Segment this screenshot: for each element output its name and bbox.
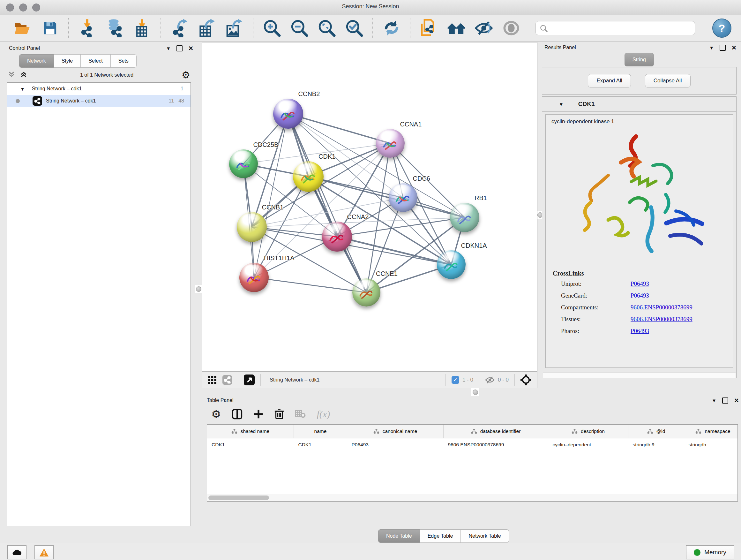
network-view-title: String Network – cdk1 xyxy=(270,377,440,383)
hide-selected-icon[interactable] xyxy=(475,19,493,37)
node-ccna1[interactable] xyxy=(376,129,405,158)
delete-table-icon[interactable] xyxy=(295,410,306,419)
results-panel-float-icon[interactable] xyxy=(720,45,726,51)
column-header[interactable]: namespace xyxy=(684,425,738,438)
clone-network-icon[interactable] xyxy=(420,19,438,37)
tab-select[interactable]: Select xyxy=(81,54,111,68)
node-rb1[interactable] xyxy=(450,203,479,232)
help-button[interactable]: ? xyxy=(712,18,731,38)
export-table-icon[interactable] xyxy=(198,19,216,37)
birds-eye-view-icon[interactable] xyxy=(244,374,255,385)
node-ccnb2[interactable] xyxy=(273,99,303,129)
tab-network[interactable]: Network xyxy=(19,54,54,68)
collapse-all-icon[interactable] xyxy=(8,71,15,79)
protein-structure-thumb xyxy=(276,104,300,127)
show-columns-icon[interactable] xyxy=(232,409,243,420)
memory-button[interactable]: Memory xyxy=(686,545,734,559)
network-canvas[interactable]: CCNB2CCNA1CDC25BCDK1CDC6RB1CCNB1CCNA2CDK… xyxy=(202,42,537,372)
results-panel-menu-icon[interactable]: ▼ xyxy=(709,45,714,51)
export-network-icon[interactable] xyxy=(171,19,189,37)
left-splitter-handle[interactable] xyxy=(195,285,202,293)
crosshair-icon[interactable] xyxy=(521,374,531,385)
table-panel-close-icon[interactable]: ✕ xyxy=(734,397,739,404)
show-all-icon[interactable] xyxy=(502,19,521,37)
table-settings-gear-icon[interactable]: ⚙ xyxy=(211,408,221,421)
crosslink-link[interactable]: P06493 xyxy=(630,292,649,299)
network-row-selected[interactable]: String Network – cdk1 11 48 xyxy=(7,95,191,107)
protein-collapse-icon[interactable]: ▼ xyxy=(559,102,563,107)
expand-all-icon[interactable] xyxy=(20,71,27,79)
import-table-icon[interactable] xyxy=(133,19,151,37)
import-network-file-icon[interactable] xyxy=(78,19,97,37)
network-options-gear-icon[interactable]: ⚙ xyxy=(182,70,190,80)
column-header[interactable]: database identifier xyxy=(444,425,548,438)
export-image-icon[interactable] xyxy=(225,19,244,37)
crosslink-link[interactable]: P06493 xyxy=(630,280,649,287)
results-scrollbar[interactable] xyxy=(543,373,736,378)
node-label-rb1: RB1 xyxy=(475,194,487,202)
results-panel-close-icon[interactable]: ✕ xyxy=(731,44,737,51)
grid-view-icon[interactable] xyxy=(208,375,217,384)
collection-collapse-icon[interactable]: ▼ xyxy=(20,86,25,91)
crosslink-link[interactable]: P06493 xyxy=(630,327,649,334)
table-panel-float-icon[interactable] xyxy=(722,397,728,403)
cloud-status-button[interactable] xyxy=(7,545,26,559)
add-column-icon[interactable] xyxy=(253,409,264,419)
network-collection-row[interactable]: ▼ String Network – cdk1 1 xyxy=(7,83,191,95)
collapse-all-button[interactable]: Collapse All xyxy=(645,74,690,87)
zoom-selected-icon[interactable] xyxy=(345,19,363,37)
column-header[interactable]: description xyxy=(548,425,628,438)
open-session-icon[interactable] xyxy=(13,19,32,37)
column-header[interactable]: @id xyxy=(628,425,684,438)
protein-structure-thumb xyxy=(392,188,414,211)
tab-node-table[interactable]: Node Table xyxy=(378,530,420,543)
toolbar-separator xyxy=(253,18,254,38)
table-cell: CDK1 xyxy=(207,438,294,451)
control-panel-close-icon[interactable]: ✕ xyxy=(188,45,193,52)
table-panel-menu-icon[interactable]: ▼ xyxy=(712,398,717,403)
tab-style[interactable]: Style xyxy=(54,54,81,68)
column-header[interactable]: name xyxy=(294,425,347,438)
node-label-cdc25b: CDC25B xyxy=(253,141,279,148)
node-ccnb1[interactable] xyxy=(237,212,267,242)
table-hscrollbar-thumb[interactable] xyxy=(208,496,269,500)
zoom-fit-icon[interactable] xyxy=(318,19,336,37)
tab-edge-table[interactable]: Edge Table xyxy=(420,530,461,543)
table-row[interactable]: CDK1CDK1P064939606.ENSP00000378699cyclin… xyxy=(207,438,738,451)
selected-nodes-checkbox[interactable]: ✓ xyxy=(452,376,459,384)
node-ccne1[interactable] xyxy=(352,278,381,307)
crosslink-link[interactable]: 9606.ENSP00000378699 xyxy=(630,316,692,323)
warning-status-button[interactable] xyxy=(35,545,54,559)
import-network-database-icon[interactable] xyxy=(106,19,124,37)
column-header[interactable]: shared name xyxy=(207,425,294,438)
network-view-mode-icon[interactable] xyxy=(222,375,232,385)
protein-header-row[interactable]: ▼ CDK1 xyxy=(542,97,736,112)
expand-all-button[interactable]: Expand All xyxy=(588,74,630,87)
table-panel: Table Panel ▼ ✕ ⚙ f(x) shared namenameca… xyxy=(202,395,741,543)
node-cdkn1a[interactable] xyxy=(437,250,466,279)
table-hscrollbar[interactable] xyxy=(207,494,738,501)
delete-column-icon[interactable] xyxy=(274,409,284,420)
string-home-icon[interactable] xyxy=(447,19,466,37)
network-label: String Network – cdk1 xyxy=(46,98,96,104)
save-session-icon[interactable] xyxy=(41,19,59,37)
tab-network-table[interactable]: Network Table xyxy=(461,530,509,543)
node-ccna2[interactable] xyxy=(322,222,352,252)
tab-sets[interactable]: Sets xyxy=(111,54,137,68)
control-panel-menu-icon[interactable]: ▼ xyxy=(166,46,171,51)
tab-string[interactable]: String xyxy=(624,53,654,66)
node-cdk1[interactable] xyxy=(293,161,324,192)
node-cdc25b[interactable] xyxy=(229,149,258,178)
control-panel-float-icon[interactable] xyxy=(177,45,183,51)
function-builder-icon[interactable]: f(x) xyxy=(317,409,330,420)
zoom-in-icon[interactable] xyxy=(263,19,281,37)
column-header[interactable]: canonical name xyxy=(347,425,444,438)
crosslink-link[interactable]: 9606.ENSP00000378699 xyxy=(630,304,692,311)
node-hist1h1a[interactable] xyxy=(239,263,269,292)
update-network-icon[interactable] xyxy=(382,19,401,37)
search-input[interactable] xyxy=(536,21,695,35)
node-cdc6[interactable] xyxy=(389,183,417,212)
crosslink-label: GeneCard: xyxy=(561,292,630,299)
hidden-eye-icon[interactable] xyxy=(485,376,495,384)
zoom-out-icon[interactable] xyxy=(290,19,309,37)
